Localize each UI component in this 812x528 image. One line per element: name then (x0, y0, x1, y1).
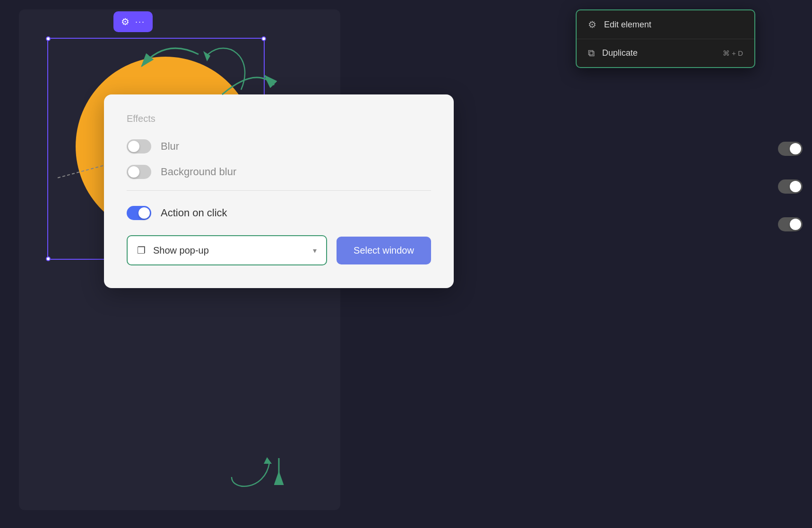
show-popup-label: Show pop-up (153, 245, 209, 256)
action-on-click-row: Action on click (127, 206, 431, 220)
right-panel (778, 142, 803, 231)
gear-icon: ⚙ (588, 19, 596, 30)
duplicate-menu-item[interactable]: ⧉ Duplicate ⌘ + D (577, 39, 754, 67)
chevron-down-icon: ▾ (313, 246, 317, 255)
background-blur-label: Background blur (161, 166, 236, 178)
duplicate-shortcut: ⌘ + D (723, 49, 743, 58)
handle-top-right[interactable] (261, 36, 266, 41)
edit-element-label: Edit element (604, 20, 651, 30)
edit-element-menu-item[interactable]: ⚙ Edit element (577, 10, 754, 39)
handle-bottom-left[interactable] (46, 256, 51, 261)
duplicate-icon: ⧉ (588, 48, 595, 59)
bottom-row: ❐ Show pop-up ▾ Select window (127, 235, 431, 265)
blur-label: Blur (161, 140, 179, 153)
divider (127, 190, 431, 191)
background-blur-row: Background blur (127, 165, 431, 179)
action-on-click-toggle[interactable] (127, 206, 151, 220)
action-on-click-label: Action on click (161, 207, 227, 219)
handle-top-left[interactable] (46, 36, 51, 41)
effects-title: Effects (127, 113, 431, 124)
popup-icon: ❐ (137, 245, 146, 256)
blur-toggle[interactable] (127, 139, 151, 153)
select-window-button[interactable]: Select window (337, 237, 431, 264)
context-menu: ⚙ Edit element ⧉ Duplicate ⌘ + D (576, 9, 755, 68)
right-toggle-1[interactable] (778, 142, 803, 156)
gear-icon: ⚙ (121, 16, 130, 27)
effects-panel: Effects Blur Background blur Action on c… (104, 94, 454, 288)
element-toolbar[interactable]: ⚙ ··· (113, 11, 153, 32)
duplicate-label: Duplicate (602, 48, 638, 58)
right-toggle-3[interactable] (778, 217, 803, 231)
more-options-icon[interactable]: ··· (135, 17, 145, 27)
blur-row: Blur (127, 139, 431, 153)
background-blur-toggle[interactable] (127, 165, 151, 179)
show-popup-dropdown[interactable]: ❐ Show pop-up ▾ (127, 235, 327, 265)
right-toggle-2[interactable] (778, 179, 803, 194)
